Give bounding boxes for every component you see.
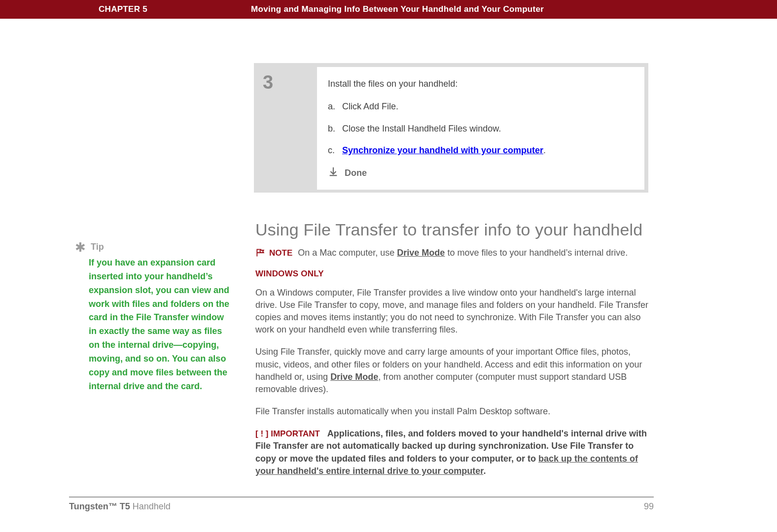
paragraph-2: Using File Transfer, quickly move and ca… [255, 346, 649, 396]
note-row: NOTE On a Mac computer, use Drive Mode t… [255, 247, 649, 259]
paragraph-1: On a Windows computer, File Transfer pro… [255, 287, 649, 336]
chapter-label: CHAPTER 5 [99, 4, 147, 14]
page-body: 3 Install the files on your handheld: a.… [0, 19, 777, 512]
done-row: Done [328, 166, 631, 180]
step-item-c: c. Synchronize your handheld with your c… [328, 144, 631, 156]
step-lead: Install the files on your handheld: [328, 78, 631, 90]
tip-box: ✱ Tip If you have an expansion card inse… [75, 240, 233, 394]
tip-label: Tip [91, 240, 104, 254]
main-content: Using File Transfer to transfer info to … [255, 218, 649, 487]
step-content: Install the files on your handheld: a. C… [317, 67, 644, 190]
footer-rule [69, 497, 654, 498]
done-label: Done [345, 167, 367, 179]
sync-link[interactable]: Synchronize your handheld with your comp… [342, 145, 543, 155]
done-arrow-icon [328, 166, 339, 180]
note-label: NOTE [269, 248, 292, 258]
step-item-b: b. Close the Install Handheld Files wind… [328, 123, 631, 134]
drive-mode-link-1[interactable]: Drive Mode [397, 248, 445, 258]
important-block: [ ! ] IMPORTANT Applications, files, and… [255, 428, 649, 477]
page-title: Moving and Managing Info Between Your Ha… [251, 4, 544, 14]
page-banner: CHAPTER 5 Moving and Managing Info Betwe… [0, 0, 777, 19]
product-name: Tungsten™ T5 Handheld [69, 501, 171, 512]
asterisk-icon: ✱ [75, 241, 86, 254]
step-number: 3 [254, 63, 317, 190]
paragraph-3: File Transfer installs automatically whe… [255, 405, 649, 418]
page-number: 99 [644, 501, 654, 512]
windows-only-label: WINDOWS ONLY [255, 268, 649, 280]
step-item-a: a. Click Add File. [328, 100, 631, 112]
drive-mode-link-2[interactable]: Drive Mode [330, 372, 378, 382]
important-tag: [ ! ] IMPORTANT [255, 429, 322, 438]
step-box: 3 Install the files on your handheld: a.… [254, 63, 648, 193]
section-heading: Using File Transfer to transfer info to … [255, 218, 649, 242]
page-footer: Tungsten™ T5 Handheld 99 [69, 501, 654, 512]
tip-body: If you have an expansion card inserted i… [75, 256, 233, 394]
flag-icon [255, 248, 265, 258]
